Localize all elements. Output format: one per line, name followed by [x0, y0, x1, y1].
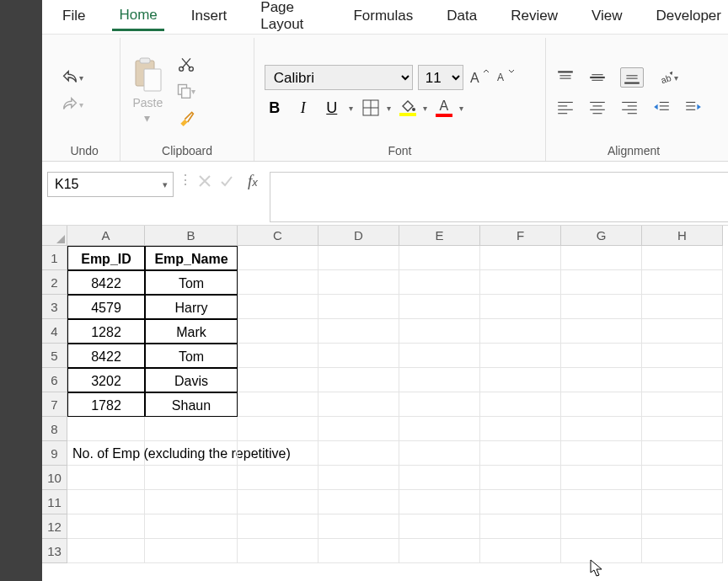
cell[interactable]: [399, 319, 480, 344]
cell[interactable]: [67, 514, 145, 539]
align-top-button[interactable]: [556, 70, 575, 85]
menu-home[interactable]: Home: [112, 3, 163, 31]
format-painter-button[interactable]: [176, 109, 195, 126]
cell[interactable]: [561, 466, 642, 490]
spreadsheet-grid[interactable]: ABCDEFGH 1Emp_IDEmp_Name28422Tom34579Har…: [42, 226, 728, 581]
cell[interactable]: [480, 295, 561, 319]
row-header[interactable]: 3: [42, 295, 67, 319]
cell[interactable]: [642, 417, 723, 441]
cell[interactable]: [642, 441, 723, 466]
cell[interactable]: [399, 246, 480, 270]
column-header[interactable]: F: [480, 226, 561, 246]
cancel-formula-button[interactable]: [197, 173, 212, 189]
cell[interactable]: [238, 368, 318, 392]
cell[interactable]: [561, 441, 642, 466]
name-box[interactable]: K15 ▾: [47, 172, 174, 197]
cell[interactable]: [642, 490, 723, 514]
cell[interactable]: 8422: [67, 270, 145, 295]
row-header[interactable]: 2: [42, 270, 67, 295]
cell[interactable]: [399, 270, 480, 295]
cell[interactable]: No. of Emp (excluding the repetitive): [67, 441, 145, 466]
cell[interactable]: Davis: [145, 368, 238, 392]
cell[interactable]: [480, 514, 561, 539]
cell[interactable]: [480, 368, 561, 392]
cell[interactable]: [561, 344, 642, 368]
row-header[interactable]: 10: [42, 466, 67, 490]
menu-formulas[interactable]: Formulas: [346, 4, 420, 29]
orientation-button[interactable]: ab▾: [657, 70, 678, 85]
cell[interactable]: Harry: [145, 295, 238, 319]
cell[interactable]: [480, 441, 561, 466]
cell[interactable]: [318, 466, 399, 490]
cell[interactable]: [480, 246, 561, 270]
cell[interactable]: [561, 514, 642, 539]
column-header[interactable]: G: [561, 226, 642, 246]
align-left-button[interactable]: [556, 99, 575, 115]
row-header[interactable]: 9: [42, 441, 67, 466]
cell[interactable]: [480, 270, 561, 295]
bold-button[interactable]: B: [265, 99, 285, 117]
cell[interactable]: [145, 539, 238, 563]
cell[interactable]: [238, 441, 318, 466]
font-size-select[interactable]: 11: [418, 65, 463, 90]
cell[interactable]: [561, 539, 642, 563]
borders-button[interactable]: [361, 99, 380, 117]
cell[interactable]: [561, 417, 642, 441]
menu-page-layout[interactable]: Page Layout: [254, 0, 326, 38]
cell[interactable]: [238, 295, 318, 319]
cell[interactable]: Tom: [145, 270, 238, 295]
menu-file[interactable]: File: [56, 4, 92, 29]
fx-icon[interactable]: fx: [248, 172, 258, 190]
cell[interactable]: [399, 441, 480, 466]
cell[interactable]: [318, 490, 399, 514]
cell[interactable]: [399, 368, 480, 392]
cell[interactable]: [145, 514, 238, 539]
cell[interactable]: Mark: [145, 319, 238, 344]
cell[interactable]: [145, 441, 238, 466]
cell[interactable]: [561, 392, 642, 417]
cell[interactable]: [642, 392, 723, 417]
cell[interactable]: Emp_Name: [145, 246, 238, 270]
cell[interactable]: [238, 319, 318, 344]
cell[interactable]: [399, 344, 480, 368]
cell[interactable]: [480, 417, 561, 441]
cell[interactable]: [238, 344, 318, 368]
menu-data[interactable]: Data: [440, 4, 484, 29]
cell[interactable]: [145, 490, 238, 514]
paste-button[interactable]: Paste ▾: [131, 57, 164, 125]
cell[interactable]: [318, 270, 399, 295]
align-bottom-button[interactable]: [620, 67, 644, 88]
cell[interactable]: [238, 490, 318, 514]
redo-button[interactable]: ▾: [59, 95, 83, 114]
column-header[interactable]: D: [318, 226, 399, 246]
fill-color-button[interactable]: [399, 99, 416, 116]
cell[interactable]: [480, 392, 561, 417]
cell[interactable]: [399, 539, 480, 563]
cell[interactable]: 1282: [67, 319, 145, 344]
font-name-select[interactable]: Calibri: [265, 65, 413, 90]
row-header[interactable]: 12: [42, 514, 67, 539]
cell[interactable]: [399, 392, 480, 417]
cell[interactable]: [480, 319, 561, 344]
cell[interactable]: [238, 514, 318, 539]
underline-button[interactable]: U: [322, 99, 342, 117]
cell[interactable]: [399, 466, 480, 490]
cell[interactable]: [480, 344, 561, 368]
cell[interactable]: [145, 417, 238, 441]
cell[interactable]: [145, 466, 238, 490]
column-header[interactable]: A: [67, 226, 145, 246]
row-header[interactable]: 5: [42, 344, 67, 368]
cell[interactable]: [480, 466, 561, 490]
row-header[interactable]: 13: [42, 539, 67, 563]
cell[interactable]: [238, 270, 318, 295]
cell[interactable]: Tom: [145, 344, 238, 368]
cell[interactable]: [318, 368, 399, 392]
cell[interactable]: Emp_ID: [67, 246, 145, 270]
cell[interactable]: [642, 246, 723, 270]
cell[interactable]: [399, 417, 480, 441]
cell[interactable]: [561, 246, 642, 270]
cell[interactable]: [238, 392, 318, 417]
cell[interactable]: [561, 490, 642, 514]
cell[interactable]: [238, 539, 318, 563]
align-right-button[interactable]: [620, 99, 639, 115]
